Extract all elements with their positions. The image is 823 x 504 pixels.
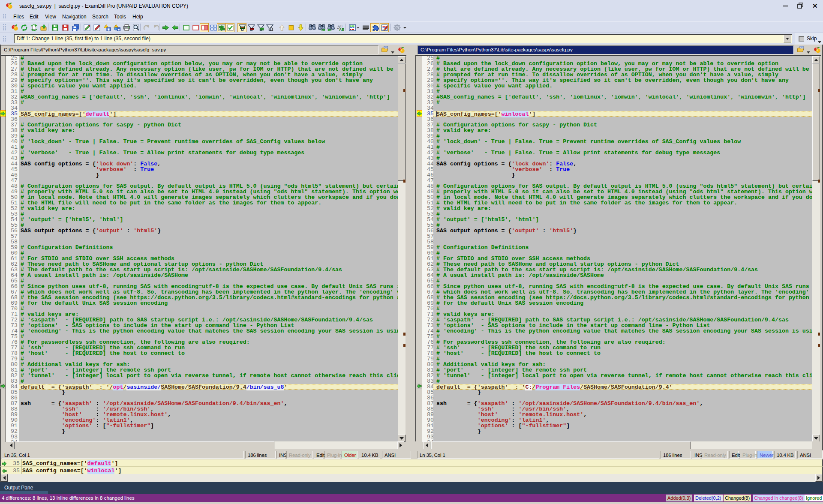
svg-text:AB: AB [339, 27, 344, 31]
